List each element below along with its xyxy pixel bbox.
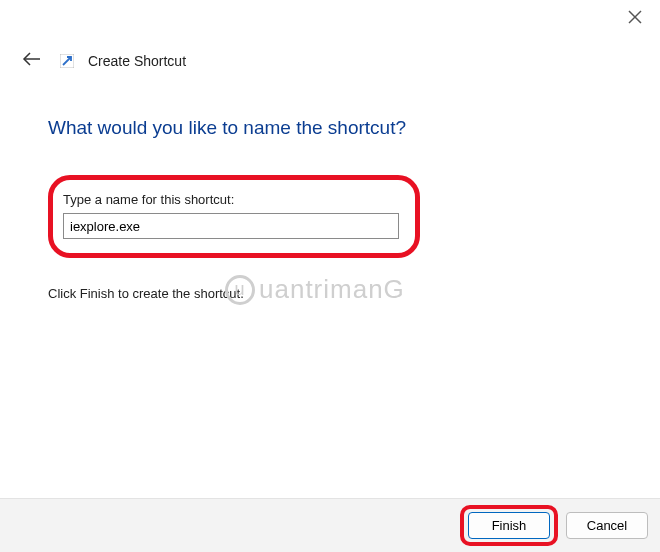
finish-highlight: Finish — [460, 505, 558, 546]
name-field-block: Type a name for this shortcut: — [48, 175, 420, 258]
title-bar — [0, 0, 660, 38]
content-area: What would you like to name the shortcut… — [0, 85, 660, 301]
page-title: Create Shortcut — [88, 53, 186, 69]
shortcut-icon — [60, 54, 74, 68]
main-heading: What would you like to name the shortcut… — [48, 117, 612, 139]
finish-button[interactable]: Finish — [468, 512, 550, 539]
shortcut-name-input[interactable] — [63, 213, 399, 239]
cancel-button[interactable]: Cancel — [566, 512, 648, 539]
name-field-label: Type a name for this shortcut: — [63, 192, 377, 207]
back-arrow-icon[interactable] — [18, 46, 46, 75]
close-icon[interactable] — [628, 10, 642, 24]
instruction-text: Click Finish to create the shortcut. — [48, 286, 612, 301]
header: Create Shortcut — [0, 38, 660, 85]
footer: Finish Cancel — [0, 498, 660, 552]
